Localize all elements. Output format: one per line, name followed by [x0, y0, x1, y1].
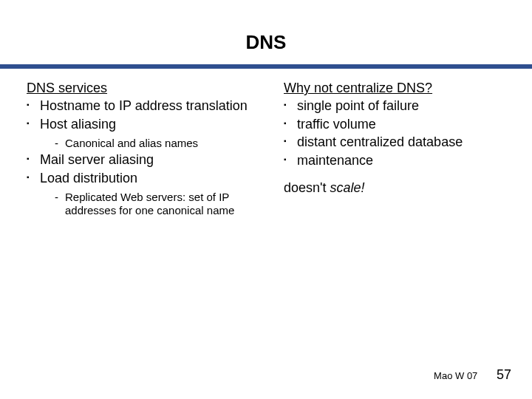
list-item-text: Mail server aliasing — [40, 152, 154, 167]
footer: Mao W 07 57 — [434, 367, 511, 383]
slide-body: DNS services Hostname to IP address tran… — [0, 69, 532, 219]
right-list: single point of failure traffic volume d… — [284, 98, 511, 168]
right-column: Why not centralize DNS? single point of … — [267, 81, 519, 219]
slide: DNS DNS services Hostname to IP address … — [0, 0, 532, 399]
list-item: traffic volume — [284, 116, 511, 133]
slide-title: DNS — [0, 0, 532, 64]
list-item-text: Hostname to IP address translation — [40, 98, 248, 113]
list-item: Load distribution Replicated Web servers… — [27, 170, 254, 218]
sub-list-item: Replicated Web servers: set of IP addres… — [55, 191, 254, 217]
list-item: Host aliasing Canonical and alias names — [27, 116, 254, 151]
list-item-text: Load distribution — [40, 171, 137, 185]
page-number: 57 — [497, 367, 511, 383]
list-item-text: Host aliasing — [40, 117, 116, 132]
tail-em: scale! — [330, 180, 364, 195]
list-item: single point of failure — [284, 98, 511, 115]
list-item: Hostname to IP address translation — [27, 98, 254, 115]
left-list: Hostname to IP address translation Host … — [27, 98, 254, 217]
sub-list-item: Canonical and alias names — [55, 137, 254, 150]
right-tail: doesn't scale! — [284, 180, 511, 196]
left-heading: DNS services — [27, 81, 254, 96]
footer-credit: Mao W 07 — [434, 370, 477, 381]
list-item: maintenance — [284, 152, 511, 169]
list-item: Mail server aliasing — [27, 151, 254, 168]
sub-list: Canonical and alias names — [40, 137, 254, 150]
sub-list: Replicated Web servers: set of IP addres… — [40, 191, 254, 217]
left-column: DNS services Hostname to IP address tran… — [13, 81, 267, 219]
list-item: distant centralized database — [284, 134, 511, 151]
tail-plain: doesn't — [284, 180, 330, 195]
right-heading: Why not centralize DNS? — [284, 81, 511, 96]
